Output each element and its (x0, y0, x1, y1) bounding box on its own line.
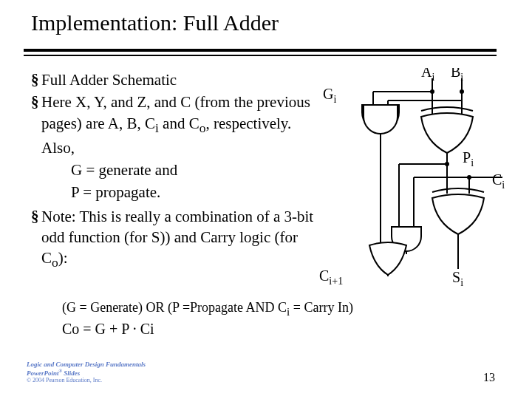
p-line: P = propagate. (41, 182, 327, 202)
label-ci1: Ci+1 (319, 267, 343, 287)
bullet-mark: § (31, 206, 41, 273)
bullet-mark: § (31, 69, 41, 90)
bullet-mark: § (31, 92, 41, 204)
bullet-1-text: Full Adder Schematic (41, 69, 177, 90)
bullet-3: § Note: This is really a combination of … (31, 206, 327, 273)
slide-number: 13 (483, 371, 495, 384)
bullet-list: § Full Adder Schematic § Here X, Y, and … (31, 69, 327, 273)
bullet-2: § Here X, Y, and Z, and C (from the prev… (31, 92, 327, 204)
logo-line2: © 2004 Pearson Education, Inc. (27, 378, 146, 384)
xor-gate-2-icon (432, 188, 484, 234)
bullet-1: § Full Adder Schematic (31, 69, 327, 90)
bottom-note: (G = Generate) OR (P =Propagate AND Ci =… (62, 300, 353, 318)
label-bi: Bi (451, 68, 463, 83)
bottom-equation: Co = G + P · Ci (62, 321, 154, 338)
xor-gate-1-icon (421, 107, 473, 153)
page-title: Implementation: Full Adder (0, 0, 532, 43)
label-pi: Pi (463, 149, 474, 168)
bullet-2-text: Here X, Y, and Z, and C (from the previo… (41, 92, 327, 204)
label-ci: Ci (492, 171, 505, 191)
label-ai: Ai (421, 68, 434, 83)
svg-point-3 (460, 89, 464, 94)
logo-block: Logic and Computer Design Fundamentals P… (27, 361, 146, 384)
label-gi: Gi (323, 86, 336, 105)
rule-thin (24, 55, 497, 56)
full-adder-schematic: Gi Ai Bi Pi Ci Ci+1 Si (318, 68, 517, 290)
bullet-3-text: Note: This is really a combination of a … (41, 206, 327, 273)
label-si: Si (452, 269, 463, 288)
or-gate-icon (369, 242, 406, 275)
logo-line1a: Logic and Computer Design Fundamentals (27, 361, 146, 369)
and-gate-icon (362, 105, 399, 134)
g-line: G = generate and (41, 160, 327, 180)
rule-thick (24, 49, 497, 52)
